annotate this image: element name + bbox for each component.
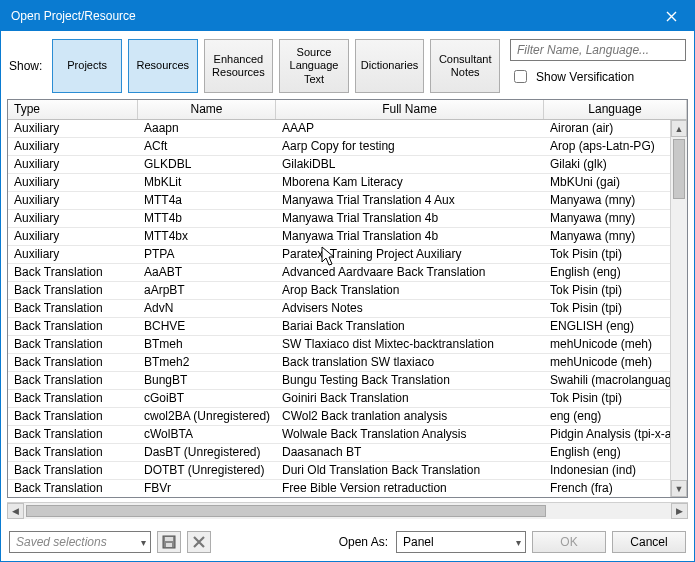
table-row[interactable]: AuxiliaryMTT4bxManyawa Trial Translation… <box>8 228 687 246</box>
cell-lang: Airoran (air) <box>544 120 687 137</box>
cell-full: Duri Old Translation Back Translation <box>276 462 544 479</box>
cell-lang: Swahili (macrolanguage) <box>544 372 687 389</box>
cell-name: MTT4b <box>138 210 276 227</box>
cell-type: Back Translation <box>8 462 138 479</box>
cell-lang: mehUnicode (meh) <box>544 354 687 371</box>
cell-type: Back Translation <box>8 300 138 317</box>
show-versification-row[interactable]: Show Versification <box>510 67 686 86</box>
close-button[interactable] <box>649 1 694 31</box>
cell-type: Back Translation <box>8 264 138 281</box>
table-row[interactable]: Back TranslationAaABTAdvanced Aardvaare … <box>8 264 687 282</box>
table-row[interactable]: AuxiliaryMTT4bManyawa Trial Translation … <box>8 210 687 228</box>
cell-name: BTmeh <box>138 336 276 353</box>
cell-name: BTmeh2 <box>138 354 276 371</box>
table-row[interactable]: AuxiliaryAaapnAAAPAiroran (air) <box>8 120 687 138</box>
table-row[interactable]: Back TranslationBungBTBungu Testing Back… <box>8 372 687 390</box>
show-versification-checkbox[interactable] <box>514 70 527 83</box>
table-row[interactable]: Back TranslationcWolBTAWolwale Back Tran… <box>8 426 687 444</box>
cell-full: Advanced Aardvaare Back Translation <box>276 264 544 281</box>
cell-type: Back Translation <box>8 372 138 389</box>
table-row[interactable]: AuxiliaryACftAarp Copy for testingArop (… <box>8 138 687 156</box>
toolbar: Show: Projects Resources Enhanced Resour… <box>1 31 694 99</box>
window-title: Open Project/Resource <box>11 9 649 23</box>
horizontal-scroll-track[interactable] <box>24 503 671 519</box>
dictionaries-button[interactable]: Dictionaries <box>355 39 425 93</box>
save-selection-button[interactable] <box>157 531 181 553</box>
cell-full: Advisers Notes <box>276 300 544 317</box>
cancel-button[interactable]: Cancel <box>612 531 686 553</box>
saved-selections-dropdown[interactable]: Saved selections ▾ <box>9 531 151 553</box>
header-language[interactable]: Language <box>544 100 687 119</box>
projects-button[interactable]: Projects <box>52 39 122 93</box>
enhanced-resources-button[interactable]: Enhanced Resources <box>204 39 274 93</box>
table-row[interactable]: Back TranslationDasBT (Unregistered)Daas… <box>8 444 687 462</box>
consultant-notes-button[interactable]: Consultant Notes <box>430 39 500 93</box>
cell-full: Manyawa Trial Translation 4 Aux <box>276 192 544 209</box>
scroll-right-button[interactable]: ▶ <box>671 503 688 519</box>
cell-name: AdvN <box>138 300 276 317</box>
table-row[interactable]: Back TranslationcGoiBTGoiniri Back Trans… <box>8 390 687 408</box>
cell-type: Auxiliary <box>8 156 138 173</box>
header-type[interactable]: Type <box>8 100 138 119</box>
vertical-scroll-track[interactable] <box>671 137 687 480</box>
table-row[interactable]: AuxiliaryMTT4aManyawa Trial Translation … <box>8 192 687 210</box>
table-row[interactable]: Back TranslationBCHVEBariai Back Transla… <box>8 318 687 336</box>
cell-type: Auxiliary <box>8 120 138 137</box>
cell-name: cGoiBT <box>138 390 276 407</box>
table-row[interactable]: Back TranslationBTmehSW Tlaxiaco dist Mi… <box>8 336 687 354</box>
table-row[interactable]: Back TranslationFBVrFree Bible Version r… <box>8 480 687 497</box>
delete-selection-button[interactable] <box>187 531 211 553</box>
open-as-dropdown[interactable]: Panel ▾ <box>396 531 526 553</box>
cell-type: Auxiliary <box>8 228 138 245</box>
chevron-down-icon: ▾ <box>141 537 146 548</box>
close-icon <box>666 11 677 22</box>
cell-full: Back translation SW tlaxiaco <box>276 354 544 371</box>
show-versification-label: Show Versification <box>536 70 634 84</box>
header-full-name[interactable]: Full Name <box>276 100 544 119</box>
filter-input[interactable] <box>510 39 686 61</box>
resources-button[interactable]: Resources <box>128 39 198 93</box>
table-row[interactable]: AuxiliaryMbKLitMborena Kam LiteracyMbKUn… <box>8 174 687 192</box>
cell-type: Back Translation <box>8 408 138 425</box>
horizontal-scrollbar[interactable]: ◀ ▶ <box>7 502 688 519</box>
cell-type: Back Translation <box>8 318 138 335</box>
cell-name: ACft <box>138 138 276 155</box>
cell-lang: Pidgin Analysis (tpi-x-an... <box>544 426 687 443</box>
table-row[interactable]: Back Translationcwol2BA (Unregistered)CW… <box>8 408 687 426</box>
vertical-scroll-thumb[interactable] <box>673 139 685 199</box>
ok-button-label: OK <box>560 535 577 549</box>
dictionaries-button-label: Dictionaries <box>361 59 418 72</box>
ok-button[interactable]: OK <box>532 531 606 553</box>
cell-name: MTT4bx <box>138 228 276 245</box>
scroll-down-button[interactable]: ▼ <box>671 480 687 497</box>
consultant-notes-button-label: Consultant Notes <box>433 53 497 79</box>
scroll-left-button[interactable]: ◀ <box>7 503 24 519</box>
header-name[interactable]: Name <box>138 100 276 119</box>
cell-lang: mehUnicode (meh) <box>544 336 687 353</box>
cell-name: BungBT <box>138 372 276 389</box>
cell-full: Goiniri Back Translation <box>276 390 544 407</box>
horizontal-scroll-thumb[interactable] <box>26 505 546 517</box>
table-row[interactable]: AuxiliaryGLKDBLGilakiDBLGilaki (glk) <box>8 156 687 174</box>
table-row[interactable]: AuxiliaryPTPAParatext Training Project A… <box>8 246 687 264</box>
cell-name: PTPA <box>138 246 276 263</box>
table-row[interactable]: Back TranslationAdvNAdvisers NotesTok Pi… <box>8 300 687 318</box>
vertical-scrollbar[interactable]: ▲ ▼ <box>670 120 687 497</box>
source-language-text-button[interactable]: Source Language Text <box>279 39 349 93</box>
scroll-up-button[interactable]: ▲ <box>671 120 687 137</box>
table-row[interactable]: Back TranslationDOTBT (Unregistered)Duri… <box>8 462 687 480</box>
cell-type: Back Translation <box>8 480 138 497</box>
cell-name: FBVr <box>138 480 276 497</box>
table-row[interactable]: Back TranslationBTmeh2Back translation S… <box>8 354 687 372</box>
cell-full: SW Tlaxiaco dist Mixtec-backtranslation <box>276 336 544 353</box>
table-body[interactable]: AuxiliaryAaapnAAAPAiroran (air)Auxiliary… <box>8 120 687 497</box>
cell-full: Aarp Copy for testing <box>276 138 544 155</box>
cell-lang: French (fra) <box>544 480 687 497</box>
cell-type: Back Translation <box>8 390 138 407</box>
cell-full: Bungu Testing Back Translation <box>276 372 544 389</box>
cell-lang: MbKUni (gai) <box>544 174 687 191</box>
cell-name: DasBT (Unregistered) <box>138 444 276 461</box>
table-row[interactable]: Back TranslationaArpBTArop Back Translat… <box>8 282 687 300</box>
cell-lang: Indonesian (ind) <box>544 462 687 479</box>
cell-full: AAAP <box>276 120 544 137</box>
